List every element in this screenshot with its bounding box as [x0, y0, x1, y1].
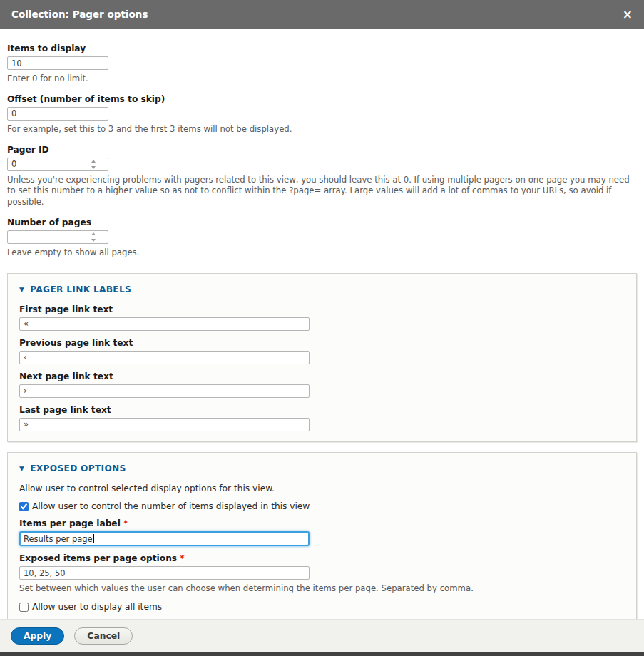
- exposed-items-options-description: Set between which values the user can ch…: [19, 583, 625, 595]
- first-page-link-field: First page link text: [19, 304, 625, 331]
- dialog-titlebar: Collection: Pager options ×: [0, 0, 644, 29]
- cancel-button[interactable]: Cancel: [74, 627, 133, 645]
- items-to-display-field: Items to display Enter 0 for no limit.: [7, 43, 637, 85]
- exposed-options-description: Allow user to control selected display o…: [19, 483, 625, 494]
- items-per-page-label-label: Items per page label *: [19, 518, 625, 528]
- close-icon[interactable]: ×: [623, 9, 633, 21]
- display-all-checkbox[interactable]: [19, 603, 29, 612]
- pager-id-input[interactable]: [7, 158, 108, 171]
- next-page-link-field: Next page link text: [19, 371, 625, 398]
- dialog-body: Items to display Enter 0 for no limit. O…: [0, 29, 644, 656]
- exposed-options-fieldset: ▼ EXPOSED OPTIONS Allow user to control …: [7, 452, 637, 640]
- offset-label: Offset (number of items to skip): [7, 94, 637, 104]
- items-to-display-label: Items to display: [7, 43, 637, 53]
- first-page-link-label: First page link text: [19, 304, 625, 314]
- last-page-link-field: Last page link text: [19, 405, 625, 431]
- pager-id-label: Pager ID: [7, 145, 637, 155]
- dialog-footer: Apply Cancel: [0, 619, 644, 652]
- number-of-pages-description: Leave empty to show all pages.: [7, 247, 637, 259]
- dialog-title: Collection: Pager options: [11, 9, 148, 20]
- required-asterisk: *: [123, 518, 128, 528]
- pager-id-field: Pager ID Unless you're experiencing prob…: [7, 145, 637, 208]
- text-caret: [93, 534, 94, 543]
- number-of-pages-field: Number of pages Leave empty to show all …: [7, 217, 637, 259]
- previous-page-link-input[interactable]: [19, 351, 310, 364]
- display-all-checkbox-row: Allow user to display all items: [19, 602, 625, 612]
- exposed-options-legend-text: EXPOSED OPTIONS: [30, 463, 126, 473]
- last-page-link-input[interactable]: [19, 418, 310, 431]
- pager-id-description: Unless you're experiencing problems with…: [7, 175, 637, 208]
- items-per-page-label-field: Items per page label * Results per page: [19, 518, 625, 546]
- apply-button[interactable]: Apply: [11, 627, 64, 645]
- pager-link-labels-fieldset: ▼ PAGER LINK LABELS First page link text…: [7, 273, 637, 442]
- number-of-pages-label: Number of pages: [7, 217, 637, 227]
- page-background-strip: [0, 652, 644, 656]
- pager-link-labels-legend[interactable]: ▼ PAGER LINK LABELS: [19, 285, 131, 294]
- allow-control-items-checkbox-label[interactable]: Allow user to control the number of item…: [32, 501, 310, 511]
- pager-link-labels-legend-text: PAGER LINK LABELS: [30, 285, 131, 294]
- number-of-pages-input[interactable]: [7, 230, 108, 244]
- allow-control-items-checkbox-row: Allow user to control the number of item…: [19, 501, 625, 511]
- display-all-checkbox-label[interactable]: Allow user to display all items: [32, 602, 162, 612]
- offset-input[interactable]: [7, 107, 108, 121]
- offset-field: Offset (number of items to skip) For exa…: [7, 94, 637, 135]
- items-to-display-input[interactable]: [7, 56, 108, 70]
- first-page-link-input[interactable]: [19, 317, 310, 331]
- items-per-page-label-input[interactable]: Results per page: [19, 531, 310, 546]
- exposed-options-legend[interactable]: ▼ EXPOSED OPTIONS: [19, 463, 126, 473]
- exposed-items-options-label: Exposed items per page options *: [19, 553, 625, 563]
- last-page-link-label: Last page link text: [19, 405, 625, 415]
- allow-control-items-checkbox[interactable]: [19, 502, 29, 511]
- required-asterisk: *: [180, 553, 184, 563]
- next-page-link-input[interactable]: [19, 384, 310, 398]
- next-page-link-label: Next page link text: [19, 371, 625, 381]
- exposed-items-options-field: Exposed items per page options * Set bet…: [19, 553, 625, 595]
- items-to-display-description: Enter 0 for no limit.: [7, 73, 637, 85]
- offset-description: For example, set this to 3 and the first…: [7, 124, 637, 135]
- collapse-arrow-icon: ▼: [19, 465, 24, 472]
- previous-page-link-field: Previous page link text: [19, 338, 625, 364]
- exposed-items-options-input[interactable]: [19, 566, 310, 580]
- items-per-page-label-value: Results per page: [24, 534, 93, 544]
- previous-page-link-label: Previous page link text: [19, 338, 625, 348]
- collapse-arrow-icon: ▼: [19, 286, 24, 293]
